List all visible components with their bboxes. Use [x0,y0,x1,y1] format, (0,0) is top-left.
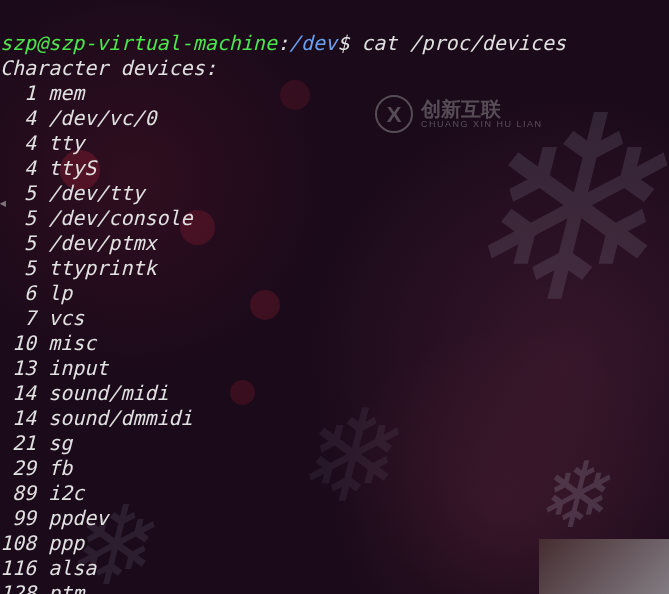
device-major-number: 13 [0,356,36,381]
device-name: /dev/vc/0 [48,106,156,130]
device-major-number: 116 [0,556,36,581]
device-major-number: 7 [0,306,36,331]
left-arrow-icon: ◂ [0,190,8,215]
device-row: 1 mem [0,81,84,105]
prompt-user: szp@szp-virtual-machine [0,31,277,55]
device-major-number: 14 [0,406,36,431]
prompt-colon: : [277,31,289,55]
prompt-dollar: $ [337,31,349,55]
device-major-number: 21 [0,431,36,456]
device-major-number: 29 [0,456,36,481]
device-major-number: 128 [0,581,36,594]
device-name: sound/dmmidi [48,406,193,430]
device-major-number: 1 [0,81,36,106]
prompt-path: /dev [289,31,337,55]
device-row: 7 vcs [0,306,84,330]
device-row: 13 input [0,356,108,380]
device-name: sound/midi [48,381,168,405]
device-name: misc [48,331,96,355]
device-name: alsa [48,556,96,580]
device-name: fb [48,456,72,480]
device-row: 108 ppp [0,531,84,555]
device-row: 21 sg [0,431,72,455]
device-name: ptm [48,581,84,594]
device-name: lp [48,281,72,305]
device-major-number: 108 [0,531,36,556]
device-row: 4 ttyS [0,156,96,180]
device-row: 4 /dev/vc/0 [0,106,157,130]
device-name: tty [48,131,84,155]
device-row: 6 lp [0,281,72,305]
device-name: vcs [48,306,84,330]
device-name: input [48,356,108,380]
device-name: ppdev [48,506,108,530]
device-major-number: 89 [0,481,36,506]
device-major-number: 99 [0,506,36,531]
device-row: 5 /dev/tty [0,181,144,205]
device-name: ppp [48,531,84,555]
device-name: ttyS [48,156,96,180]
device-major-number: 4 [0,156,36,181]
device-major-number: 4 [0,106,36,131]
device-row: 10 misc [0,331,96,355]
device-list: 1 mem 4 /dev/vc/0 4 tty 4 ttyS 5 /dev/tt… [0,81,669,594]
device-row: 14 sound/dmmidi [0,406,193,430]
device-major-number: 5 [0,256,36,281]
device-row: 99 ppdev [0,506,108,530]
device-row: 29 fb [0,456,72,480]
device-row: 5 ttyprintk [0,256,157,280]
device-name: /dev/tty [48,181,144,205]
device-name: mem [48,81,84,105]
device-row: 5 /dev/ptmx [0,231,157,255]
device-row: 116 alsa [0,556,96,580]
device-major-number: 6 [0,281,36,306]
device-row: 14 sound/midi [0,381,169,405]
device-name: ttyprintk [48,256,156,280]
device-major-number: 5 [0,231,36,256]
device-name: sg [48,431,72,455]
device-name: /dev/ptmx [48,231,156,255]
device-row: 5 /dev/console [0,206,193,230]
device-major-number: 14 [0,381,36,406]
device-row: 128 ptm [0,581,84,594]
command-text: cat /proc/devices [361,31,566,55]
device-row: 4 tty [0,131,84,155]
device-name: i2c [48,481,84,505]
device-name: /dev/console [48,206,193,230]
device-major-number: 4 [0,131,36,156]
device-major-number: 10 [0,331,36,356]
prompt-line: szp@szp-virtual-machine:/dev$ cat /proc/… [0,31,566,55]
device-row: 89 i2c [0,481,84,505]
terminal-output[interactable]: szp@szp-virtual-machine:/dev$ cat /proc/… [0,0,669,594]
output-header: Character devices: [0,56,217,80]
